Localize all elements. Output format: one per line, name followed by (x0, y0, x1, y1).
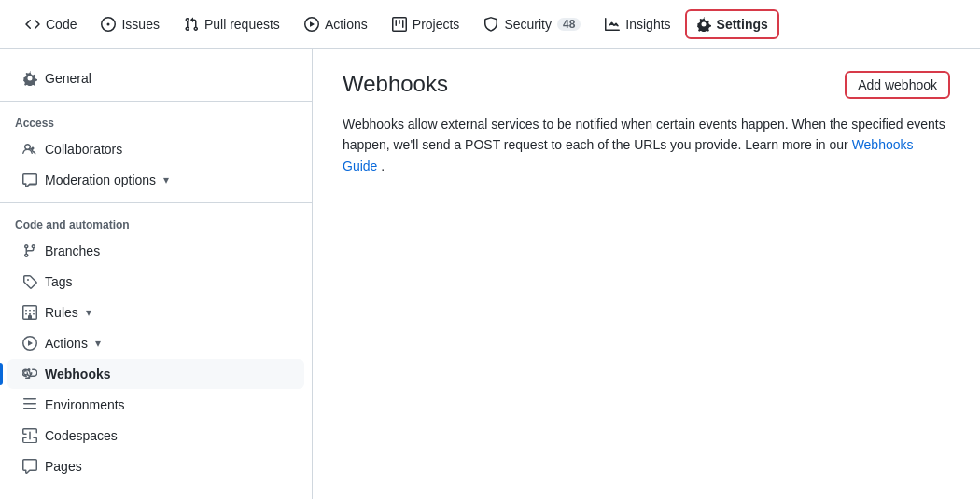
description-text-2: . (381, 159, 385, 173)
sidebar-item-branches[interactable]: Branches (7, 236, 304, 266)
nav-pull-requests[interactable]: Pull requests (174, 10, 290, 38)
sidebar-item-rules[interactable]: Rules ▾ (7, 298, 304, 327)
nav-code-label: Code (46, 17, 77, 32)
tag-icon (22, 274, 37, 289)
sidebar-item-pages[interactable]: Pages (7, 451, 304, 481)
actions-label: Actions (45, 336, 88, 351)
security-badge: 48 (557, 18, 581, 31)
environments-label: Environments (45, 397, 125, 412)
sidebar: General Access Collaborators Moderation … (0, 49, 313, 499)
nav-settings-label: Settings (717, 17, 768, 32)
pages-icon (22, 459, 37, 474)
pages-label: Pages (45, 459, 82, 474)
nav-security[interactable]: Security 48 (473, 10, 591, 38)
gear-icon (22, 71, 37, 86)
sidebar-item-webhooks[interactable]: Webhooks (7, 359, 304, 389)
add-webhook-button[interactable]: Add webhook (845, 71, 950, 99)
codespaces-label: Codespaces (45, 428, 118, 443)
sidebar-item-tags[interactable]: Tags (7, 267, 304, 297)
rules-icon (22, 305, 37, 320)
pr-icon (184, 17, 199, 32)
sidebar-divider-1 (0, 101, 312, 102)
collaborators-icon (22, 142, 37, 157)
sidebar-item-environments[interactable]: Environments (7, 390, 304, 420)
nav-settings[interactable]: Settings (685, 9, 779, 39)
sidebar-item-actions[interactable]: Actions ▾ (7, 328, 304, 358)
codespaces-icon (22, 428, 37, 443)
projects-icon (392, 17, 407, 32)
sidebar-item-codespaces[interactable]: Codespaces (7, 421, 304, 450)
branch-icon (22, 243, 37, 258)
tags-label: Tags (45, 274, 73, 289)
rules-label: Rules (45, 305, 78, 320)
actions-chevron: ▾ (95, 337, 101, 350)
insights-icon (605, 17, 620, 32)
webhook-icon (22, 367, 37, 381)
sidebar-item-general[interactable]: General (7, 63, 304, 93)
webhooks-label: Webhooks (45, 367, 111, 381)
sidebar-item-moderation[interactable]: Moderation options ▾ (7, 165, 304, 195)
security-icon (483, 17, 498, 32)
branches-label: Branches (45, 243, 100, 258)
collaborators-label: Collaborators (45, 142, 122, 157)
actions-icon (304, 17, 319, 32)
moderation-chevron: ▾ (163, 173, 169, 187)
nav-projects-label: Projects (413, 17, 460, 32)
main-content: Webhooks Add webhook Webhooks allow exte… (313, 49, 980, 499)
sidebar-divider-2 (0, 202, 312, 203)
description: Webhooks allow external services to be n… (343, 114, 950, 176)
moderation-label: Moderation options (45, 173, 156, 187)
moderation-icon (22, 173, 37, 187)
rules-chevron: ▾ (86, 306, 91, 319)
main-layout: General Access Collaborators Moderation … (0, 49, 980, 499)
settings-icon (696, 17, 711, 32)
nav-security-label: Security (504, 17, 552, 32)
code-icon (25, 17, 40, 32)
top-nav: Code Issues Pull requests Actions (0, 0, 980, 49)
nav-code[interactable]: Code (15, 10, 87, 38)
issue-icon (101, 17, 116, 32)
actions-sidebar-icon (22, 336, 37, 351)
nav-insights-label: Insights (625, 17, 670, 32)
code-automation-section-label: Code and automation (0, 211, 312, 235)
sidebar-item-collaborators[interactable]: Collaborators (7, 134, 304, 164)
page-header: Webhooks Add webhook (343, 71, 950, 99)
nav-projects[interactable]: Projects (382, 10, 470, 38)
page-title: Webhooks (343, 71, 448, 97)
environments-icon (22, 397, 37, 412)
access-section-label: Access (0, 109, 312, 133)
nav-issues-label: Issues (121, 17, 159, 32)
nav-issues[interactable]: Issues (91, 10, 169, 38)
nav-actions-label: Actions (325, 17, 368, 32)
nav-insights[interactable]: Insights (595, 10, 680, 38)
nav-pr-label: Pull requests (204, 17, 280, 32)
nav-actions[interactable]: Actions (294, 10, 378, 38)
general-label: General (45, 71, 91, 86)
